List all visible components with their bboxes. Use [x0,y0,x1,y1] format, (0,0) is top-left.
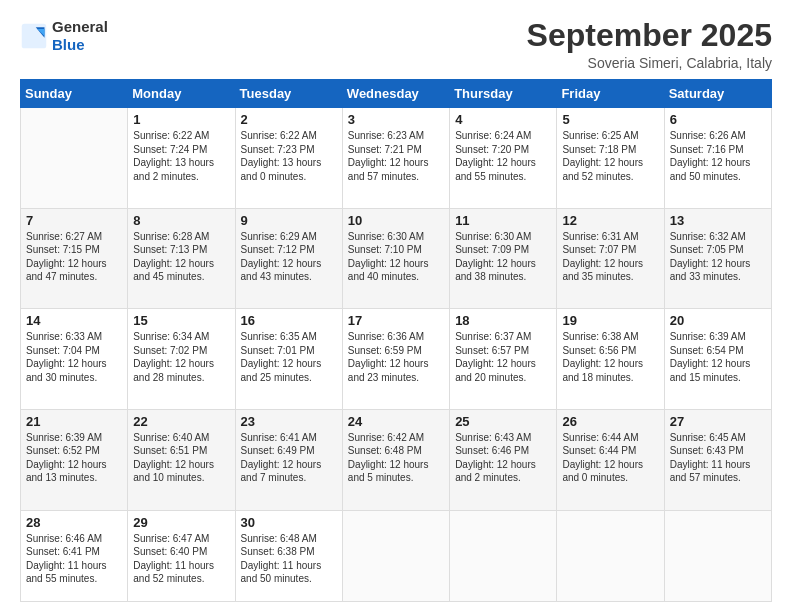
daylight-label: Daylight: 11 hours and 50 minutes. [241,560,322,585]
daylight-label: Daylight: 12 hours and 45 minutes. [133,258,214,283]
logo-text: General Blue [52,18,108,54]
sunset-label: Sunset: 6:41 PM [26,546,100,557]
sunset-label: Sunset: 7:15 PM [26,244,100,255]
calendar-header-friday: Friday [557,80,664,108]
sunrise-label: Sunrise: 6:48 AM [241,533,317,544]
sunrise-label: Sunrise: 6:46 AM [26,533,102,544]
sunset-label: Sunset: 6:56 PM [562,345,636,356]
calendar-cell: 19 Sunrise: 6:38 AM Sunset: 6:56 PM Dayl… [557,309,664,410]
day-info: Sunrise: 6:27 AM Sunset: 7:15 PM Dayligh… [26,230,122,284]
sunrise-label: Sunrise: 6:22 AM [133,130,209,141]
calendar-cell: 18 Sunrise: 6:37 AM Sunset: 6:57 PM Dayl… [450,309,557,410]
calendar-week-1: 7 Sunrise: 6:27 AM Sunset: 7:15 PM Dayli… [21,208,772,309]
daylight-label: Daylight: 12 hours and 7 minutes. [241,459,322,484]
daylight-label: Daylight: 13 hours and 0 minutes. [241,157,322,182]
daylight-label: Daylight: 12 hours and 38 minutes. [455,258,536,283]
sunset-label: Sunset: 7:18 PM [562,144,636,155]
sunrise-label: Sunrise: 6:32 AM [670,231,746,242]
sunset-label: Sunset: 7:16 PM [670,144,744,155]
sunrise-label: Sunrise: 6:31 AM [562,231,638,242]
day-info: Sunrise: 6:39 AM Sunset: 6:52 PM Dayligh… [26,431,122,485]
calendar-cell: 28 Sunrise: 6:46 AM Sunset: 6:41 PM Dayl… [21,510,128,602]
day-info: Sunrise: 6:23 AM Sunset: 7:21 PM Dayligh… [348,129,444,183]
sunrise-label: Sunrise: 6:38 AM [562,331,638,342]
calendar-cell [342,510,449,602]
sunset-label: Sunset: 7:10 PM [348,244,422,255]
sunset-label: Sunset: 7:01 PM [241,345,315,356]
day-number: 17 [348,313,444,328]
daylight-label: Daylight: 12 hours and 15 minutes. [670,358,751,383]
day-info: Sunrise: 6:26 AM Sunset: 7:16 PM Dayligh… [670,129,766,183]
calendar-cell: 10 Sunrise: 6:30 AM Sunset: 7:10 PM Dayl… [342,208,449,309]
sunset-label: Sunset: 7:12 PM [241,244,315,255]
sunrise-label: Sunrise: 6:27 AM [26,231,102,242]
logo-icon [20,22,48,50]
daylight-label: Daylight: 12 hours and 25 minutes. [241,358,322,383]
daylight-label: Daylight: 12 hours and 50 minutes. [670,157,751,182]
calendar-cell: 11 Sunrise: 6:30 AM Sunset: 7:09 PM Dayl… [450,208,557,309]
calendar-cell: 27 Sunrise: 6:45 AM Sunset: 6:43 PM Dayl… [664,409,771,510]
daylight-label: Daylight: 12 hours and 57 minutes. [348,157,429,182]
calendar-header-saturday: Saturday [664,80,771,108]
day-number: 30 [241,515,337,530]
daylight-label: Daylight: 12 hours and 13 minutes. [26,459,107,484]
day-number: 15 [133,313,229,328]
daylight-label: Daylight: 12 hours and 52 minutes. [562,157,643,182]
calendar-cell: 24 Sunrise: 6:42 AM Sunset: 6:48 PM Dayl… [342,409,449,510]
day-number: 13 [670,213,766,228]
day-number: 21 [26,414,122,429]
day-info: Sunrise: 6:25 AM Sunset: 7:18 PM Dayligh… [562,129,658,183]
header: General Blue September 2025 Soveria Sime… [20,18,772,71]
sunrise-label: Sunrise: 6:25 AM [562,130,638,141]
sunrise-label: Sunrise: 6:28 AM [133,231,209,242]
month-title: September 2025 [527,18,772,53]
sunrise-label: Sunrise: 6:29 AM [241,231,317,242]
day-info: Sunrise: 6:32 AM Sunset: 7:05 PM Dayligh… [670,230,766,284]
day-info: Sunrise: 6:43 AM Sunset: 6:46 PM Dayligh… [455,431,551,485]
day-number: 8 [133,213,229,228]
logo: General Blue [20,18,108,54]
daylight-label: Daylight: 12 hours and 5 minutes. [348,459,429,484]
calendar-header-tuesday: Tuesday [235,80,342,108]
day-number: 14 [26,313,122,328]
sunrise-label: Sunrise: 6:39 AM [670,331,746,342]
daylight-label: Daylight: 12 hours and 2 minutes. [455,459,536,484]
calendar-cell: 3 Sunrise: 6:23 AM Sunset: 7:21 PM Dayli… [342,108,449,209]
calendar-header-sunday: Sunday [21,80,128,108]
calendar-header-wednesday: Wednesday [342,80,449,108]
sunrise-label: Sunrise: 6:35 AM [241,331,317,342]
day-number: 2 [241,112,337,127]
sunset-label: Sunset: 6:59 PM [348,345,422,356]
day-number: 16 [241,313,337,328]
sunset-label: Sunset: 6:46 PM [455,445,529,456]
day-info: Sunrise: 6:28 AM Sunset: 7:13 PM Dayligh… [133,230,229,284]
day-number: 11 [455,213,551,228]
sunset-label: Sunset: 7:24 PM [133,144,207,155]
calendar-week-4: 28 Sunrise: 6:46 AM Sunset: 6:41 PM Dayl… [21,510,772,602]
day-number: 26 [562,414,658,429]
calendar-cell: 5 Sunrise: 6:25 AM Sunset: 7:18 PM Dayli… [557,108,664,209]
sunset-label: Sunset: 6:38 PM [241,546,315,557]
calendar-cell: 30 Sunrise: 6:48 AM Sunset: 6:38 PM Dayl… [235,510,342,602]
calendar-header-row: SundayMondayTuesdayWednesdayThursdayFrid… [21,80,772,108]
sunset-label: Sunset: 6:44 PM [562,445,636,456]
sunrise-label: Sunrise: 6:43 AM [455,432,531,443]
sunrise-label: Sunrise: 6:36 AM [348,331,424,342]
calendar-cell: 20 Sunrise: 6:39 AM Sunset: 6:54 PM Dayl… [664,309,771,410]
sunset-label: Sunset: 7:02 PM [133,345,207,356]
day-info: Sunrise: 6:44 AM Sunset: 6:44 PM Dayligh… [562,431,658,485]
daylight-label: Daylight: 12 hours and 40 minutes. [348,258,429,283]
calendar-table: SundayMondayTuesdayWednesdayThursdayFrid… [20,79,772,602]
sunrise-label: Sunrise: 6:37 AM [455,331,531,342]
calendar-cell: 25 Sunrise: 6:43 AM Sunset: 6:46 PM Dayl… [450,409,557,510]
day-number: 29 [133,515,229,530]
day-number: 28 [26,515,122,530]
title-block: September 2025 Soveria Simeri, Calabria,… [527,18,772,71]
day-info: Sunrise: 6:36 AM Sunset: 6:59 PM Dayligh… [348,330,444,384]
day-number: 19 [562,313,658,328]
day-number: 20 [670,313,766,328]
daylight-label: Daylight: 12 hours and 47 minutes. [26,258,107,283]
day-number: 6 [670,112,766,127]
day-info: Sunrise: 6:48 AM Sunset: 6:38 PM Dayligh… [241,532,337,586]
daylight-label: Daylight: 12 hours and 30 minutes. [26,358,107,383]
